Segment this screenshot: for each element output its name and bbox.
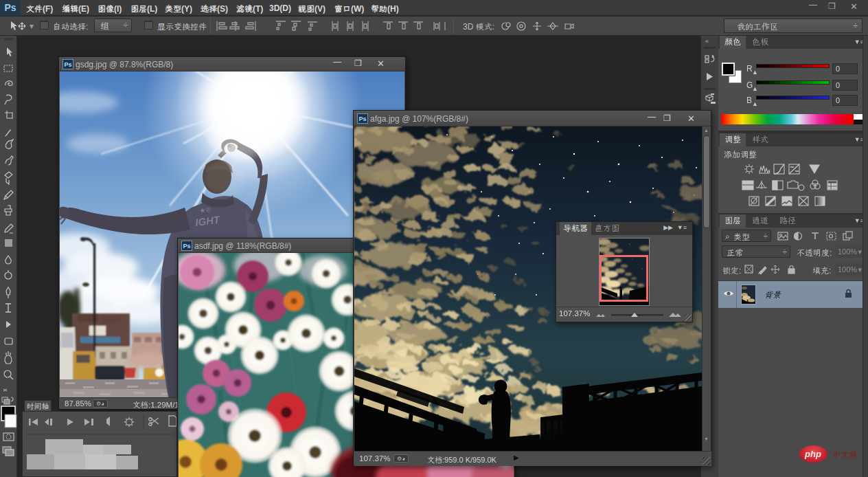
svg-text:★®: ★® [199, 206, 212, 214]
